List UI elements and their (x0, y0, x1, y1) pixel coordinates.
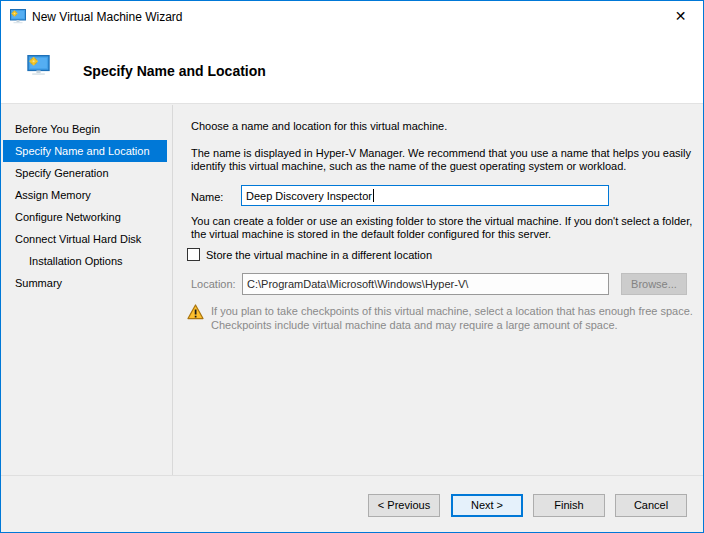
store-different-location-checkbox-row: Store the virtual machine in a different… (187, 248, 432, 261)
store-different-location-checkbox[interactable] (187, 248, 200, 261)
location-label: Location: (191, 278, 236, 291)
window-title: New Virtual Machine Wizard (32, 10, 183, 24)
name-label: Name: (191, 191, 223, 204)
close-icon: ✕ (675, 8, 687, 24)
warning-icon (187, 304, 204, 322)
sidebar-item-specify-name-and-location[interactable]: Specify Name and Location (3, 140, 167, 162)
close-button[interactable]: ✕ (658, 1, 703, 31)
header-zone: New Virtual Machine Wizard ✕ Specify Nam… (1, 1, 703, 104)
wizard-page-icon (27, 55, 50, 78)
sidebar-item-configure-networking[interactable]: Configure Networking (1, 206, 172, 228)
name-help-text: The name is displayed in Hyper-V Manager… (191, 147, 699, 173)
new-vm-wizard-window: New Virtual Machine Wizard ✕ Specify Nam… (0, 0, 704, 533)
titlebar: New Virtual Machine Wizard ✕ (1, 1, 703, 32)
sidebar-item-summary[interactable]: Summary (1, 272, 172, 294)
vm-wizard-app-icon (10, 9, 26, 26)
sidebar-item-installation-options[interactable]: Installation Options (1, 250, 172, 272)
sidebar-item-before-you-begin[interactable]: Before You Begin (1, 118, 172, 140)
sidebar-item-connect-virtual-hard-disk[interactable]: Connect Virtual Hard Disk (1, 228, 172, 250)
location-input[interactable]: C:\ProgramData\Microsoft\Windows\Hyper-V… (242, 273, 609, 295)
browse-button[interactable]: Browse... (621, 273, 687, 295)
finish-button[interactable]: Finish (533, 494, 605, 517)
next-button[interactable]: Next > (451, 494, 523, 517)
sidebar-item-assign-memory[interactable]: Assign Memory (1, 184, 172, 206)
sidebar-item-specify-generation[interactable]: Specify Generation (1, 162, 172, 184)
page-title: Specify Name and Location (83, 63, 266, 79)
location-input-value: C:\ProgramData\Microsoft\Windows\Hyper-V… (247, 278, 468, 290)
name-input[interactable]: Deep Discovery Inspector (241, 185, 609, 206)
folder-help-text: You can create a folder or use an existi… (191, 215, 704, 241)
warning-text: If you plan to take checkpoints of this … (211, 304, 697, 332)
store-different-location-label: Store the virtual machine in a different… (206, 249, 432, 261)
wizard-steps-sidebar: Before You Begin Specify Name and Locati… (1, 105, 173, 475)
previous-button[interactable]: < Previous (368, 494, 440, 517)
name-input-value: Deep Discovery Inspector (246, 190, 372, 202)
cancel-button[interactable]: Cancel (615, 494, 687, 517)
button-bar-separator (1, 475, 703, 476)
text-cursor (373, 189, 374, 202)
intro-text: Choose a name and location for this virt… (191, 120, 701, 133)
